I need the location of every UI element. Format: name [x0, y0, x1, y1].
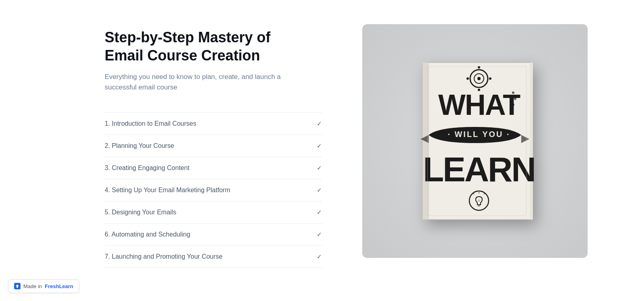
item-label: 5. Designing Your Emails — [105, 209, 176, 216]
svg-point-6 — [477, 77, 481, 80]
badge-prefix: Made in — [23, 283, 42, 289]
item-label: 1. Introduction to Email Courses — [105, 120, 196, 127]
book-image: WHAT · WILL YOU · LEARN — [362, 24, 588, 258]
right-panel: WHAT · WILL YOU · LEARN — [362, 24, 588, 258]
made-in-badge[interactable]: Made in FreshLearn — [8, 279, 79, 293]
item-label: 2. Planning Your Course — [105, 142, 174, 149]
svg-point-21 — [512, 91, 514, 94]
svg-point-22 — [514, 98, 516, 100]
check-icon: ✓ — [317, 187, 322, 194]
left-panel: Step-by-Step Mastery of Email Course Cre… — [105, 24, 330, 268]
curriculum-item: 1. Introduction to Email Courses✓ — [105, 112, 322, 135]
curriculum-item: 3. Creating Engaging Content✓ — [105, 157, 322, 179]
main-container: Step-by-Step Mastery of Email Course Cre… — [0, 0, 644, 301]
course-title: Step-by-Step Mastery of Email Course Cre… — [105, 28, 306, 64]
badge-brand: FreshLearn — [45, 283, 73, 289]
item-label: 4. Setting Up Your Email Marketing Platf… — [105, 187, 230, 194]
check-icon: ✓ — [317, 231, 322, 238]
svg-point-20 — [478, 199, 480, 202]
item-label: 3. Creating Engaging Content — [105, 164, 190, 172]
curriculum-item: 2. Planning Your Course✓ — [105, 135, 322, 157]
curriculum-item: 4. Setting Up Your Email Marketing Platf… — [105, 179, 322, 201]
check-icon: ✓ — [317, 120, 322, 127]
course-subtitle: Everything you need to know to plan, cre… — [105, 72, 294, 93]
book-svg-wrapper: WHAT · WILL YOU · LEARN — [362, 24, 588, 258]
curriculum-list: 1. Introduction to Email Courses✓2. Plan… — [105, 112, 322, 268]
svg-text:LEARN: LEARN — [423, 150, 535, 189]
freshlearn-logo-icon — [14, 283, 21, 289]
curriculum-item: 5. Designing Your Emails✓ — [105, 201, 322, 224]
svg-rect-3 — [530, 62, 533, 220]
item-label: 7. Launching and Promoting Your Course — [105, 253, 223, 260]
check-icon: ✓ — [317, 209, 322, 216]
curriculum-item: 6. Automating and Scheduling✓ — [105, 224, 322, 246]
svg-point-8 — [489, 77, 491, 80]
svg-text:WHAT: WHAT — [438, 89, 521, 121]
curriculum-item: 7. Launching and Promoting Your Course✓ — [105, 246, 322, 268]
check-icon: ✓ — [317, 253, 322, 260]
svg-text:· WILL YOU ·: · WILL YOU · — [448, 130, 510, 139]
svg-point-7 — [466, 77, 469, 80]
check-icon: ✓ — [317, 164, 322, 172]
check-icon: ✓ — [317, 142, 322, 149]
book-svg: WHAT · WILL YOU · LEARN — [362, 24, 588, 258]
item-label: 6. Automating and Scheduling — [105, 231, 190, 238]
svg-point-23 — [512, 104, 514, 106]
